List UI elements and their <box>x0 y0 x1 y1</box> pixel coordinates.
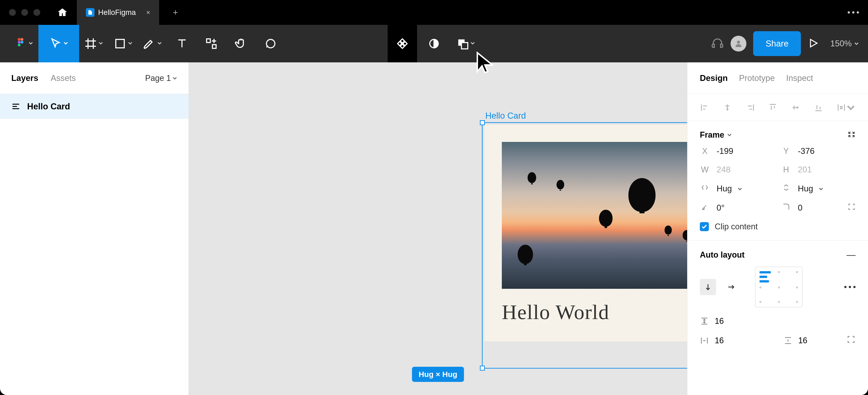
distribute-icon[interactable] <box>837 103 856 112</box>
text-tool-button[interactable] <box>167 25 197 62</box>
vpadding-input[interactable]: 16 <box>783 335 856 346</box>
svg-point-4 <box>18 44 21 46</box>
hpadding-input[interactable]: 16 <box>700 335 772 346</box>
independent-padding-icon[interactable] <box>846 335 856 346</box>
new-tab-button[interactable]: + <box>173 7 178 18</box>
autolayout-title: Auto layout <box>700 250 745 260</box>
app-menu-button[interactable] <box>848 11 859 13</box>
svg-point-3 <box>21 41 23 44</box>
frame-tool-button[interactable] <box>79 25 108 62</box>
resources-button[interactable] <box>197 25 226 62</box>
pen-tool-button[interactable] <box>138 25 167 62</box>
layers-tab[interactable]: Layers <box>11 73 38 83</box>
resize-handle-tl[interactable] <box>480 120 485 125</box>
inspect-tab[interactable]: Inspect <box>786 73 813 83</box>
design-panel: Design Prototype Inspect Frame <box>687 62 868 395</box>
share-button-label: Share <box>766 39 788 48</box>
align-right-icon[interactable] <box>745 103 755 112</box>
page-selector[interactable]: Page 1 <box>145 73 177 83</box>
h-input[interactable]: H201 <box>781 165 856 174</box>
figma-menu-button[interactable] <box>9 25 38 62</box>
shape-tool-button[interactable] <box>108 25 138 62</box>
remove-autolayout-icon[interactable]: — <box>846 250 856 260</box>
layer-label: Hello Card <box>27 102 70 111</box>
mask-button[interactable] <box>419 25 449 62</box>
align-hcenter-icon[interactable] <box>723 103 732 112</box>
align-top-icon[interactable] <box>768 103 778 112</box>
independent-corners-icon[interactable] <box>847 203 856 213</box>
alignment-controls <box>687 94 868 121</box>
comment-tool-button[interactable] <box>255 25 285 62</box>
svg-point-0 <box>18 38 21 41</box>
svg-rect-10 <box>461 42 468 49</box>
file-tab[interactable]: HelloFigma × <box>77 0 159 25</box>
cursor-icon <box>473 51 496 73</box>
x-input[interactable]: X-199 <box>700 146 774 156</box>
direction-vertical-button[interactable] <box>700 279 716 295</box>
align-bottom-icon[interactable] <box>814 103 823 112</box>
prototype-tab[interactable]: Prototype <box>739 73 775 83</box>
hand-tool-button[interactable] <box>226 25 255 62</box>
design-tab[interactable]: Design <box>700 73 727 83</box>
selection-box <box>482 122 687 368</box>
fullscreen-window-icon[interactable] <box>33 9 40 16</box>
title-bar: HelloFigma × + <box>0 0 868 25</box>
minimize-window-icon[interactable] <box>21 9 28 16</box>
clip-content-checkbox[interactable] <box>700 222 709 231</box>
chevron-down-icon[interactable] <box>727 132 732 137</box>
assets-tab[interactable]: Assets <box>51 73 76 83</box>
layer-row[interactable]: Hello Card <box>0 94 188 119</box>
vspace-input[interactable]: 16 <box>700 316 856 326</box>
main-toolbar: Share 150% <box>0 25 868 62</box>
page-selector-label: Page 1 <box>145 73 171 83</box>
frame-section-title: Frame <box>700 130 724 140</box>
alignment-grid[interactable] <box>755 267 802 307</box>
svg-rect-7 <box>213 45 216 48</box>
radius-input[interactable]: 0 <box>781 203 856 213</box>
zoom-selector[interactable]: 150% <box>830 39 859 48</box>
headphones-icon[interactable] <box>711 37 724 51</box>
clip-content-label: Clip content <box>715 222 758 231</box>
resize-handle-bl[interactable] <box>480 366 485 371</box>
present-button[interactable] <box>808 37 819 50</box>
window-controls <box>9 9 40 16</box>
y-input[interactable]: Y-376 <box>781 146 856 156</box>
home-button[interactable] <box>57 7 68 18</box>
h-resize-mode[interactable]: Hug <box>781 184 856 194</box>
svg-rect-5 <box>116 39 124 48</box>
svg-rect-6 <box>207 39 210 42</box>
user-avatar[interactable] <box>731 36 746 52</box>
file-tab-label: HelloFigma <box>98 8 136 17</box>
share-button[interactable]: Share <box>753 31 801 56</box>
zoom-value: 150% <box>830 39 852 48</box>
align-vcenter-icon[interactable] <box>791 103 800 112</box>
size-badge: Hug × Hug <box>412 367 464 382</box>
w-input[interactable]: W248 <box>700 165 774 174</box>
frame-label[interactable]: Hello Card <box>485 111 526 121</box>
rotation-input[interactable]: 0° <box>700 203 774 213</box>
move-tool-button[interactable] <box>38 25 79 62</box>
svg-point-2 <box>18 41 21 44</box>
figma-file-icon <box>86 8 94 17</box>
direction-horizontal-button[interactable] <box>723 279 739 295</box>
layers-panel: Layers Assets Page 1 Hello Card <box>0 62 189 395</box>
svg-point-11 <box>737 41 740 44</box>
frame-fit-icon[interactable] <box>847 130 856 139</box>
canvas[interactable]: Hello Card Hello World <box>189 62 687 395</box>
component-button[interactable] <box>388 25 417 62</box>
close-window-icon[interactable] <box>9 9 16 16</box>
align-left-icon[interactable] <box>700 103 709 112</box>
w-resize-mode[interactable]: Hug <box>700 184 774 194</box>
autolayout-more-icon[interactable] <box>844 286 856 288</box>
svg-point-1 <box>21 38 23 41</box>
close-tab-icon[interactable]: × <box>146 9 150 16</box>
